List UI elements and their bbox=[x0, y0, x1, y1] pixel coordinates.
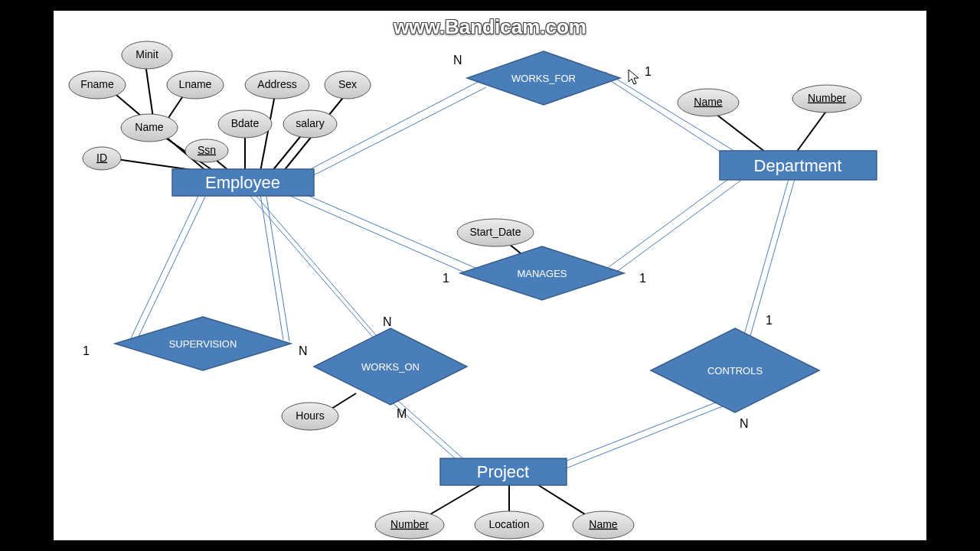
svg-text:Start_Date: Start_Date bbox=[470, 226, 521, 238]
attr-ssn: Ssn bbox=[185, 139, 228, 162]
attr-hours: Hours bbox=[282, 403, 338, 430]
attr-salary: salary bbox=[283, 110, 337, 138]
attr-fname: Fname bbox=[69, 71, 126, 99]
rel-works-on: WORKS_ON bbox=[314, 328, 467, 405]
entity-employee: Employee bbox=[172, 169, 314, 196]
svg-text:Location: Location bbox=[489, 518, 530, 530]
card-superv-1: 1 bbox=[83, 344, 90, 357]
rel-manages-label: MANAGES bbox=[517, 268, 567, 279]
svg-text:Ssn: Ssn bbox=[198, 144, 216, 156]
svg-text:Sex: Sex bbox=[338, 78, 357, 90]
rel-supervision-label: SUPERVISION bbox=[169, 338, 237, 350]
svg-line-32 bbox=[716, 114, 766, 152]
attr-dept-name: Name bbox=[678, 89, 739, 116]
svg-line-18 bbox=[559, 401, 720, 464]
entity-department: Department bbox=[720, 151, 877, 180]
card-workson-n: N bbox=[383, 315, 392, 328]
card-manages-l: 1 bbox=[443, 272, 449, 285]
attr-proj-location: Location bbox=[475, 511, 544, 539]
attr-address: Address bbox=[245, 71, 309, 99]
svg-text:ID: ID bbox=[96, 152, 107, 164]
svg-text:Name: Name bbox=[694, 96, 723, 108]
svg-line-10 bbox=[260, 194, 283, 340]
card-controls-1: 1 bbox=[766, 314, 773, 327]
attr-dept-number: Number bbox=[792, 85, 861, 112]
card-superv-n: N bbox=[299, 344, 308, 357]
svg-text:Name: Name bbox=[135, 121, 164, 133]
entity-employee-label: Employee bbox=[205, 173, 280, 192]
svg-line-19 bbox=[562, 406, 724, 470]
svg-text:Hours: Hours bbox=[296, 409, 324, 422]
svg-text:Fname: Fname bbox=[80, 78, 114, 90]
attr-bdate: Bdate bbox=[218, 110, 272, 138]
svg-line-4 bbox=[291, 188, 482, 271]
rel-controls: CONTROLS bbox=[651, 328, 819, 412]
card-works-for-n: N bbox=[453, 54, 462, 67]
rel-manages: MANAGES bbox=[460, 246, 624, 300]
svg-text:Minit: Minit bbox=[136, 48, 158, 60]
svg-text:Lname: Lname bbox=[179, 78, 212, 90]
card-works-for-1: 1 bbox=[645, 65, 652, 78]
attr-lines bbox=[107, 64, 827, 522]
rel-supervision: SUPERVISION bbox=[115, 317, 291, 370]
svg-text:Address: Address bbox=[257, 78, 296, 90]
svg-line-13 bbox=[255, 194, 381, 341]
svg-line-15 bbox=[397, 399, 466, 461]
svg-line-6 bbox=[609, 171, 739, 267]
rel-works-for: WORKS_FOR bbox=[467, 51, 620, 105]
attr-start-date: Start_Date bbox=[457, 219, 534, 246]
svg-line-33 bbox=[796, 110, 827, 152]
rel-works-on-label: WORKS_ON bbox=[361, 361, 420, 373]
attr-id: ID bbox=[83, 147, 121, 170]
rel-controls-label: CONTROLS bbox=[707, 365, 763, 377]
er-diagram: Employee Department Project WORKS_FOR MA… bbox=[54, 11, 926, 540]
svg-line-8 bbox=[130, 194, 199, 340]
svg-line-7 bbox=[612, 179, 743, 275]
svg-text:Number: Number bbox=[390, 518, 429, 530]
svg-line-5 bbox=[283, 193, 479, 279]
card-workson-m: M bbox=[397, 407, 407, 420]
svg-text:Bdate: Bdate bbox=[231, 117, 260, 129]
diagram-canvas: Employee Department Project WORKS_FOR MA… bbox=[54, 11, 926, 540]
svg-text:Number: Number bbox=[808, 92, 846, 104]
entity-project: Project bbox=[440, 458, 567, 485]
attr-lname: Lname bbox=[167, 71, 224, 99]
attr-proj-number: Number bbox=[375, 511, 444, 539]
attr-name-emp: Name bbox=[121, 114, 178, 142]
attr-proj-name: Name bbox=[573, 511, 634, 539]
svg-text:salary: salary bbox=[296, 117, 324, 129]
entity-department-label: Department bbox=[754, 156, 842, 175]
attr-sex: Sex bbox=[325, 71, 371, 99]
svg-line-22 bbox=[145, 64, 153, 118]
card-manages-r: 1 bbox=[639, 272, 646, 285]
rel-works-for-label: WORKS_FOR bbox=[511, 73, 576, 84]
card-controls-n: N bbox=[740, 417, 749, 430]
entity-project-label: Project bbox=[477, 462, 529, 481]
svg-text:Name: Name bbox=[589, 518, 618, 530]
attr-minit: Minit bbox=[122, 41, 172, 69]
